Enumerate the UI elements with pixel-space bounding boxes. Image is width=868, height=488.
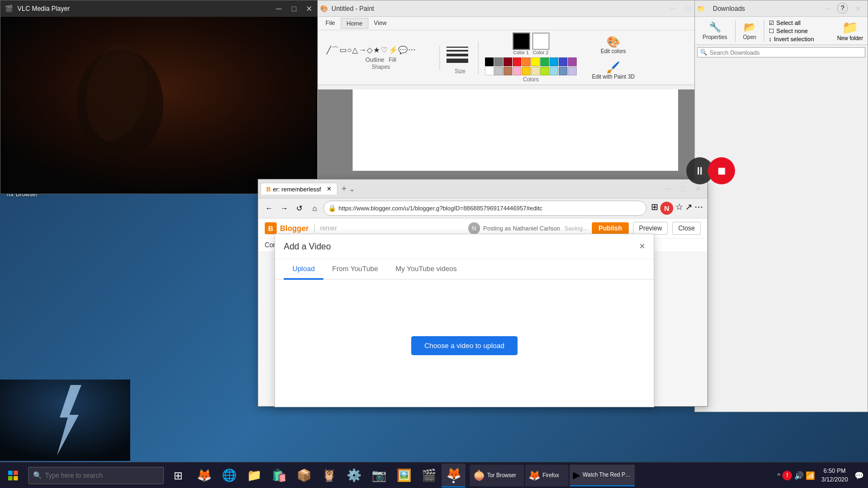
main-preview-btn[interactable]: Preview: [633, 222, 668, 235]
edit-paint3d-btn[interactable]: 🖌️ Edit with Paint 3D: [588, 59, 639, 82]
paint-shape-arrow[interactable]: →: [359, 46, 366, 55]
blogger-post-title-input[interactable]: remer: [320, 224, 337, 232]
file-explorer-taskbar-icon[interactable]: 📁: [242, 464, 266, 487]
main-back-btn[interactable]: ←: [263, 202, 276, 215]
browser-main-maximize-btn[interactable]: □: [676, 183, 690, 194]
color-green[interactable]: [540, 57, 549, 66]
show-hidden-btn[interactable]: ^: [777, 472, 780, 479]
color-lightblue[interactable]: [550, 67, 558, 75]
tor-taskbar-btn[interactable]: 🧅 Tor Browser: [470, 465, 524, 486]
start-btn[interactable]: [0, 463, 26, 489]
paint-file-tab[interactable]: File: [320, 18, 341, 29]
main-bookmark-btn[interactable]: ☆: [675, 202, 683, 215]
color-white[interactable]: [485, 67, 494, 75]
main-url-text[interactable]: https://www.blogger.com/u/1/blogger.g?bl…: [339, 205, 542, 211]
paint-color1-swatch[interactable]: [513, 33, 530, 50]
paint-shape-circle[interactable]: ○: [347, 46, 352, 55]
main-close-blogger-btn[interactable]: Close: [672, 222, 701, 235]
paint-minimize-btn[interactable]: ─: [666, 3, 680, 14]
watch-red-pill-taskbar-btn[interactable]: ▶ Watch The Red Pill 20...: [570, 465, 635, 486]
color-yellow[interactable]: [531, 57, 540, 66]
paint-color2-swatch[interactable]: [532, 33, 550, 50]
color-lime[interactable]: [540, 67, 549, 75]
main-home-btn[interactable]: ⌂: [308, 202, 321, 215]
color-blue[interactable]: [550, 57, 558, 66]
color-brown[interactable]: [503, 67, 512, 75]
taskbar-datetime[interactable]: 6:50 PM 3/12/2020: [817, 467, 852, 484]
video-maximize-btn[interactable]: □: [287, 3, 301, 14]
paint-shape-more[interactable]: ⋯: [408, 46, 416, 55]
firefox-taskbar-icon[interactable]: 🦊: [192, 464, 216, 487]
paint-shape-star5[interactable]: ★: [373, 46, 380, 55]
explorer-help-btn[interactable]: ?: [837, 3, 848, 14]
main-publish-btn[interactable]: Publish: [592, 222, 628, 234]
browser-main-tab-active[interactable]: B er: rememberlessf ✕: [260, 183, 337, 195]
color-gold[interactable]: [522, 67, 531, 75]
main-forward-btn[interactable]: →: [278, 202, 291, 215]
paint-size-4[interactable]: [446, 59, 468, 63]
media-taskbar-icon[interactable]: 🎬: [417, 464, 441, 487]
explorer-minimize-btn[interactable]: ─: [821, 3, 835, 14]
modal-tab-youtube[interactable]: From YouTube: [323, 259, 387, 279]
color-darkblue[interactable]: [559, 57, 567, 66]
paint-fill-btn[interactable]: Fill: [388, 56, 396, 63]
paint-size-3[interactable]: [446, 54, 468, 56]
color-gray[interactable]: [494, 57, 503, 66]
paint-size-2[interactable]: [446, 50, 468, 52]
paint-shape-lightning[interactable]: ⚡: [388, 46, 398, 55]
task-view-btn[interactable]: ⊞: [166, 464, 190, 487]
main-refresh-btn[interactable]: ↺: [293, 202, 306, 215]
taskbar-search-input[interactable]: [45, 472, 159, 479]
paint-view-tab[interactable]: View: [368, 18, 392, 29]
browser-main-close-btn[interactable]: ✕: [691, 183, 705, 194]
color-darkred[interactable]: [503, 57, 512, 66]
paint-outline-btn[interactable]: Outline: [366, 56, 385, 63]
paint-size-1[interactable]: [446, 47, 468, 48]
paint-shape-star4[interactable]: ◇: [367, 46, 373, 55]
modal-close-btn[interactable]: ×: [639, 241, 645, 252]
color-lavender[interactable]: [568, 67, 577, 75]
main-share-btn[interactable]: ↗: [685, 202, 692, 215]
color-lightgray[interactable]: [494, 67, 503, 75]
color-purple[interactable]: [568, 57, 577, 66]
edit-colors-btn[interactable]: 🎨 Edit colors: [596, 33, 630, 56]
video-close-btn[interactable]: ✕: [302, 3, 316, 14]
invert-selection-btn[interactable]: ↕ Invert selection: [769, 36, 814, 42]
edge-taskbar-icon[interactable]: 🌐: [217, 464, 241, 487]
paint-shape-heart[interactable]: ♡: [381, 46, 388, 55]
browser-main-minimize-btn[interactable]: ─: [661, 183, 675, 194]
store-taskbar-icon[interactable]: 🛍️: [267, 464, 291, 487]
paint-shape-tri[interactable]: △: [352, 46, 358, 55]
app7-taskbar-icon[interactable]: ⚙️: [342, 464, 366, 487]
color-red[interactable]: [513, 57, 521, 66]
amazon-taskbar-icon[interactable]: 📦: [292, 464, 316, 487]
taskbar-search[interactable]: 🔍: [28, 467, 164, 484]
paint-canvas-white[interactable]: [353, 89, 678, 171]
tab-dropdown-main-btn[interactable]: ⌄: [349, 184, 355, 193]
speaker-icon[interactable]: 🔊: [794, 471, 803, 480]
paint-shape-callout[interactable]: 💬: [398, 46, 407, 55]
network-icon[interactable]: 📶: [806, 471, 815, 480]
main-avatar-btn[interactable]: N: [660, 202, 673, 215]
firefox2-taskbar-icon[interactable]: 🦊: [442, 464, 465, 487]
color-cream[interactable]: [531, 67, 540, 75]
paint-shape-rect[interactable]: ▭: [340, 46, 347, 55]
select-all-btn[interactable]: ☑ Select all: [769, 20, 814, 27]
modal-tab-upload[interactable]: Upload: [284, 259, 323, 280]
modal-tab-my-videos[interactable]: My YouTube videos: [387, 259, 465, 279]
select-none-btn[interactable]: ☐ Select none: [769, 28, 814, 35]
app8-taskbar-icon[interactable]: 📷: [367, 464, 391, 487]
main-extensions-btn[interactable]: ⊞: [651, 202, 658, 215]
color-pink[interactable]: [513, 67, 521, 75]
paint-home-tab[interactable]: Home: [341, 18, 368, 29]
tab-close-main[interactable]: ✕: [327, 185, 331, 192]
app9-taskbar-icon[interactable]: 🖼️: [392, 464, 416, 487]
new-tab-main-btn[interactable]: +: [342, 184, 347, 194]
color-steelblue[interactable]: [559, 67, 567, 75]
paint-shape-curve[interactable]: ⌒: [331, 46, 339, 55]
firefox3-taskbar-btn[interactable]: 🦊 Firefox: [525, 465, 569, 486]
search-input[interactable]: [707, 49, 863, 56]
color-orange[interactable]: [522, 57, 531, 66]
paint-maximize-btn[interactable]: □: [681, 3, 695, 14]
main-more-btn[interactable]: ⋯: [694, 202, 703, 215]
